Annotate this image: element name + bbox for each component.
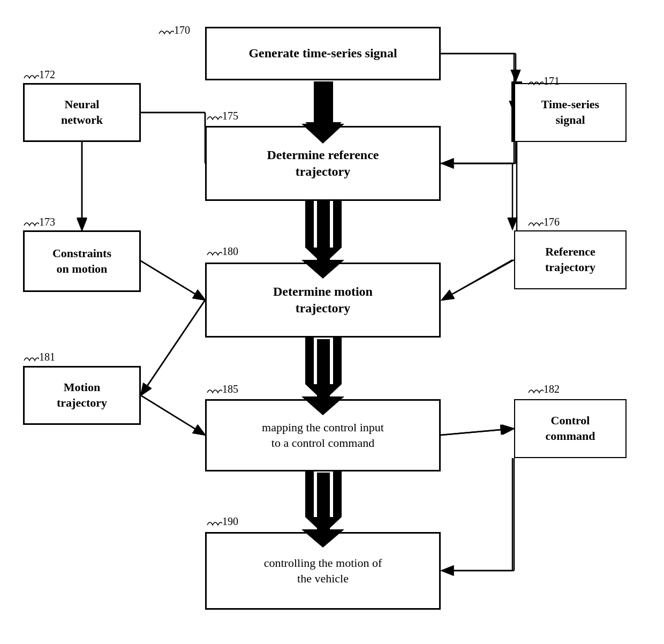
ref-181: 181 xyxy=(23,351,55,363)
svg-line-51 xyxy=(441,429,512,435)
svg-line-17 xyxy=(442,260,514,300)
control-command-box: Controlcommand xyxy=(514,399,627,458)
svg-rect-48 xyxy=(317,339,330,396)
svg-rect-32 xyxy=(317,82,330,124)
ref-175: 175 xyxy=(206,110,238,122)
svg-marker-13 xyxy=(333,201,342,248)
svg-marker-26 xyxy=(305,471,314,517)
mapping-box: mapping the control inputto a control co… xyxy=(205,399,441,471)
svg-line-25 xyxy=(441,429,514,435)
ref-180: 180 xyxy=(206,245,238,258)
ref-176: 176 xyxy=(527,216,560,228)
svg-line-24 xyxy=(141,395,205,435)
reference-trajectory-box: Referencetrajectory xyxy=(514,230,627,289)
svg-marker-27 xyxy=(333,471,342,517)
motion-trajectory-box: Motiontrajectory xyxy=(23,366,141,425)
ref-185: 185 xyxy=(206,383,238,395)
diagram: Generate time-series signal Neuralnetwor… xyxy=(0,0,664,644)
svg-rect-41 xyxy=(317,201,330,260)
svg-line-46 xyxy=(141,261,205,300)
determine-motion-box: Determine motiontrajectory xyxy=(205,263,441,338)
controlling-box: controlling the motion ofthe vehicle xyxy=(205,532,441,610)
svg-marker-21 xyxy=(305,338,314,384)
svg-line-45 xyxy=(442,260,512,300)
ref-182: 182 xyxy=(527,383,560,395)
ref-171: 171 xyxy=(527,75,560,87)
svg-line-18 xyxy=(141,261,205,300)
constraints-box: Constraintson motion xyxy=(23,230,141,292)
ref-172: 172 xyxy=(23,69,55,81)
ref-190: 190 xyxy=(206,515,238,528)
determine-ref-box: Determine referencetrajectory xyxy=(205,126,441,201)
ref-170: 170 xyxy=(158,24,190,36)
svg-line-47 xyxy=(141,300,205,395)
svg-marker-22 xyxy=(333,338,342,384)
svg-line-50 xyxy=(141,395,205,435)
svg-line-20 xyxy=(141,300,205,395)
neural-network-box: Neuralnetwork xyxy=(23,83,141,142)
generate-box: Generate time-series signal xyxy=(205,27,441,80)
svg-marker-12 xyxy=(305,201,314,248)
ref-173: 173 xyxy=(23,216,55,228)
time-series-signal-box: Time-seriessignal xyxy=(514,83,627,142)
svg-rect-52 xyxy=(317,473,330,529)
